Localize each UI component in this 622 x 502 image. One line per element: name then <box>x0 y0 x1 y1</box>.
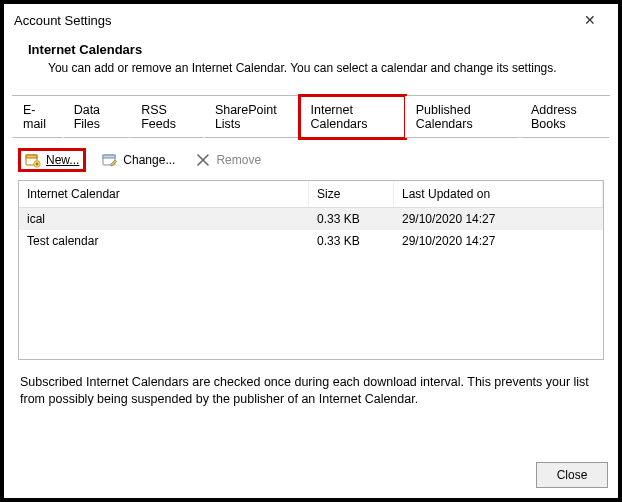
grid-body: ical0.33 KB29/10/2020 14:27Test calendar… <box>19 208 603 252</box>
svg-rect-1 <box>26 155 37 158</box>
svg-rect-4 <box>103 155 115 158</box>
window-close-button[interactable]: ✕ <box>572 10 608 30</box>
close-button[interactable]: Close <box>536 462 608 488</box>
tab-published-calendars[interactable]: Published Calendars <box>405 96 520 138</box>
calendars-grid: Internet Calendar Size Last Updated on i… <box>18 180 604 360</box>
table-row[interactable]: ical0.33 KB29/10/2020 14:27 <box>19 208 603 230</box>
page-title: Internet Calendars <box>28 42 594 57</box>
change-button-label: Change... <box>123 153 175 167</box>
remove-icon <box>195 152 211 168</box>
footer: Close <box>4 454 618 498</box>
new-button-label: New... <box>46 153 79 167</box>
grid-header: Internet Calendar Size Last Updated on <box>19 181 603 208</box>
change-button[interactable]: Change... <box>98 151 179 169</box>
cell-size: 0.33 KB <box>309 208 394 230</box>
new-button[interactable]: New... <box>18 148 86 172</box>
close-icon: ✕ <box>584 12 596 28</box>
tab-rss-feeds[interactable]: RSS Feeds <box>130 96 204 138</box>
col-header-size[interactable]: Size <box>309 181 394 207</box>
tab-data-files[interactable]: Data Files <box>63 96 131 138</box>
window-title: Account Settings <box>14 13 112 28</box>
remove-button-label: Remove <box>216 153 261 167</box>
tab-strip: E-mailData FilesRSS FeedsSharePoint List… <box>4 95 618 137</box>
cell-updated: 29/10/2020 14:27 <box>394 230 603 252</box>
remove-button[interactable]: Remove <box>191 151 265 169</box>
tab-address-books[interactable]: Address Books <box>520 96 610 138</box>
cell-name: ical <box>19 208 309 230</box>
cell-name: Test calendar <box>19 230 309 252</box>
window-frame: Account Settings ✕ Internet Calendars Yo… <box>0 0 622 502</box>
window: Account Settings ✕ Internet Calendars Yo… <box>4 4 618 498</box>
col-header-updated[interactable]: Last Updated on <box>394 181 603 207</box>
toolbar: New... Change... Remove <box>4 138 618 180</box>
tab-sharepoint-lists[interactable]: SharePoint Lists <box>204 96 300 138</box>
footer-note: Subscribed Internet Calendars are checke… <box>4 360 618 422</box>
header: Internet Calendars You can add or remove… <box>4 34 618 79</box>
col-header-name[interactable]: Internet Calendar <box>19 181 309 207</box>
titlebar: Account Settings ✕ <box>4 4 618 34</box>
page-description: You can add or remove an Internet Calend… <box>28 57 594 75</box>
table-row[interactable]: Test calendar0.33 KB29/10/2020 14:27 <box>19 230 603 252</box>
tab-internet-calendars[interactable]: Internet Calendars <box>300 96 405 138</box>
new-calendar-icon <box>25 152 41 168</box>
cell-updated: 29/10/2020 14:27 <box>394 208 603 230</box>
cell-size: 0.33 KB <box>309 230 394 252</box>
change-icon <box>102 152 118 168</box>
tab-e-mail[interactable]: E-mail <box>12 96 63 138</box>
